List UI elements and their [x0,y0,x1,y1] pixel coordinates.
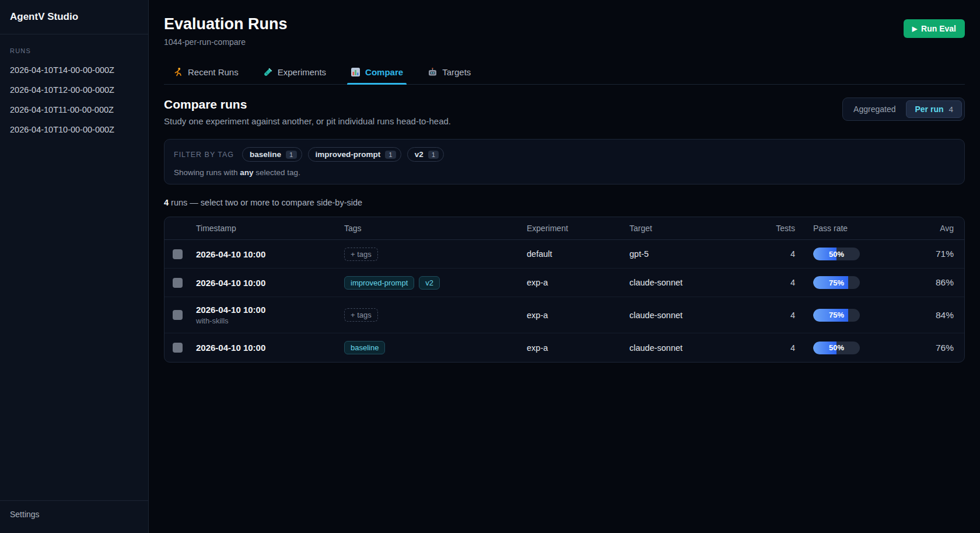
run-timestamp: 2026-04-10 10:00 [196,249,344,259]
compare-section-description: Study one experiment against another, or… [164,116,451,126]
tab-bar: Recent Runs Experiments Compare Targets [164,62,965,85]
run-eval-button[interactable]: ▶ Run Eval [904,19,965,38]
run-timestamp: 2026-04-10 10:00 [196,278,344,288]
run-experiment: default [527,249,629,259]
settings-link[interactable]: Settings [0,500,148,533]
tag-count-badge: 1 [385,151,396,159]
run-target: gpt-5 [629,249,745,259]
tab-label: Compare [365,67,403,77]
run-avg: 76% [930,343,964,353]
pass-rate-bar: 75% [813,276,860,289]
tab-recent-runs[interactable]: Recent Runs [172,62,240,84]
col-timestamp: Timestamp [196,224,344,233]
sidebar-run-item[interactable]: 2026-04-10T12-00-00-000Z [0,80,148,100]
row-checkbox[interactable] [173,310,183,320]
tag-filter-panel: FILTER BY TAG baseline 1 improved-prompt… [164,139,965,184]
run-experiment: exp-a [527,343,629,353]
run-tests: 4 [745,278,795,287]
runner-icon [173,67,183,77]
add-tags-button[interactable]: + tags [344,248,378,261]
view-mode-toggle: Aggregated Per run 4 [842,97,965,121]
tag-filter-baseline[interactable]: baseline 1 [242,147,302,162]
runs-summary: 4 runs — select two or more to compare s… [164,198,965,207]
tag-pill[interactable]: v2 [419,276,440,290]
tab-label: Targets [442,67,471,77]
pass-rate-bar: 50% [813,248,860,260]
add-tags-button[interactable]: + tags [344,308,378,322]
runs-count: 4 [164,198,169,207]
sidebar-run-item[interactable]: 2026-04-10T14-00-00-000Z [0,60,148,80]
col-target: Target [629,224,745,233]
row-checkbox[interactable] [173,249,183,259]
row-checkbox[interactable] [173,343,183,353]
tab-targets[interactable]: Targets [426,62,472,84]
toggle-aggregated[interactable]: Aggregated [845,101,904,117]
table-row: 2026-04-10 10:00 + tags default gpt-5 4 … [164,240,964,269]
sidebar-section-label: RUNS [0,43,148,60]
robot-icon [428,67,438,77]
toggle-per-run-count: 4 [949,105,953,114]
tag-name: improved-prompt [316,150,381,159]
pass-rate-bar: 75% [813,309,860,322]
run-timestamp: 2026-04-10 10:00 [196,343,344,353]
col-avg: Avg [930,224,964,233]
pass-rate-bar: 50% [813,342,860,354]
run-avg: 84% [930,310,964,321]
page-title: Evaluation Runs [164,15,288,33]
pass-rate-label: 75% [813,309,860,322]
run-experiment: exp-a [527,278,629,287]
run-avg: 71% [930,249,964,259]
col-tags: Tags [344,224,527,233]
filter-by-tag-label: FILTER BY TAG [174,151,234,159]
run-target: claude-sonnet [629,311,745,320]
filter-note: Showing runs with any selected tag. [174,168,955,177]
col-pass-rate: Pass rate [795,224,930,233]
run-target: claude-sonnet [629,278,745,287]
page-subtitle: 1044-per-run-compare [164,37,288,47]
tag-filter-improved-prompt[interactable]: improved-prompt 1 [308,147,401,162]
sidebar: AgentV Studio RUNS 2026-04-10T14-00-00-0… [0,0,149,533]
table-row: 2026-04-10 10:00 baseline exp-a claude-s… [164,333,964,362]
run-experiment: exp-a [527,311,629,320]
table-header-row: Timestamp Tags Experiment Target Tests P… [164,217,964,240]
play-icon: ▶ [912,25,917,33]
tag-pill[interactable]: improved-prompt [344,276,414,290]
pass-rate-label: 50% [813,342,860,354]
col-experiment: Experiment [527,224,629,233]
tag-name: v2 [415,150,424,159]
test-tube-icon [263,67,273,77]
run-timestamp: 2026-04-10 10:00 [196,305,344,315]
bar-chart-icon [351,67,360,77]
run-subtitle: with-skills [196,316,344,325]
run-tests: 4 [745,249,795,259]
tab-compare[interactable]: Compare [349,62,404,84]
table-row: 2026-04-10 10:00 improved-prompt v2 exp-… [164,269,964,297]
tab-experiments[interactable]: Experiments [262,62,327,84]
toggle-per-run-label: Per run [915,104,943,114]
tag-count-badge: 1 [428,151,439,159]
run-avg: 86% [930,277,964,288]
col-tests: Tests [745,224,795,233]
run-tests: 4 [745,311,795,320]
filter-note-emphasis: any [240,168,253,177]
pass-rate-label: 50% [813,248,860,260]
pass-rate-label: 75% [813,276,860,289]
tag-filter-v2[interactable]: v2 1 [407,147,444,162]
run-target: claude-sonnet [629,343,745,353]
tab-label: Experiments [278,67,326,77]
toggle-per-run[interactable]: Per run 4 [906,100,962,118]
run-tests: 4 [745,343,795,353]
app-title: AgentV Studio [0,0,148,34]
run-eval-label: Run Eval [921,24,956,33]
tag-count-badge: 1 [286,151,296,159]
compare-section-title: Compare runs [164,97,451,112]
table-row: 2026-04-10 10:00with-skills + tags exp-a… [164,297,964,333]
tag-name: baseline [250,150,281,159]
runs-table: Timestamp Tags Experiment Target Tests P… [164,217,965,363]
sidebar-run-item[interactable]: 2026-04-10T10-00-00-000Z [0,120,148,140]
tag-pill[interactable]: baseline [344,341,385,354]
row-checkbox[interactable] [173,278,183,288]
sidebar-run-item[interactable]: 2026-04-10T11-00-00-000Z [0,100,148,120]
tab-label: Recent Runs [188,67,239,77]
main-content: Evaluation Runs 1044-per-run-compare ▶ R… [149,0,980,533]
